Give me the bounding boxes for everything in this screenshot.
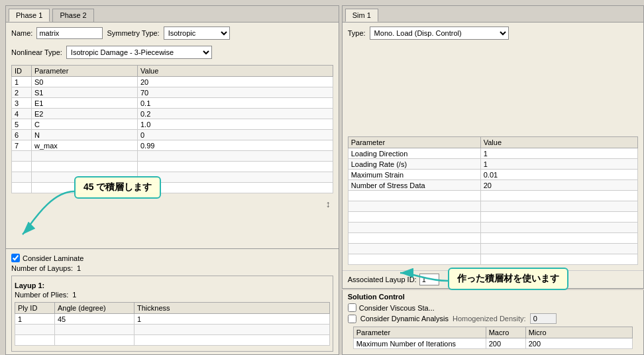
table-cell: 7 <box>12 140 32 151</box>
num-layups-value: 1 <box>77 264 81 272</box>
right-tab-strip: Sim 1 <box>343 6 643 23</box>
btm-col-micro: Micro <box>525 327 632 338</box>
table-cell <box>480 191 637 201</box>
table-cell <box>348 244 480 254</box>
tab-phase2[interactable]: Phase 2 <box>52 9 93 22</box>
ply-col-thickness: Thickness <box>134 303 330 314</box>
associated-layup-label: Associated Layup ID: <box>348 276 417 283</box>
layup-title: Layup 1: <box>15 281 330 289</box>
homogenized-density-input[interactable] <box>530 313 557 324</box>
solution-control-section: Solution Control Consider Viscous Sta...… <box>342 290 644 355</box>
table-cell: 1 <box>480 159 637 170</box>
table-cell: Maximum Strain <box>348 170 480 180</box>
num-plies-label: Number of Plies: <box>15 291 68 299</box>
symmetry-select[interactable]: Isotropic <box>164 26 230 40</box>
table-cell <box>55 325 134 335</box>
scroll-indicator: ↕ <box>11 199 333 209</box>
name-row: Name: Symmetry Type: Isotropic <box>11 26 333 40</box>
consider-viscous-label: Consider Viscous Sta... <box>359 304 435 312</box>
type-select[interactable]: Mono. Load (Disp. Control) <box>370 26 509 40</box>
annotation-bubble-1: 45 で積層します <box>74 176 161 199</box>
table-cell <box>480 223 637 233</box>
table-cell <box>138 172 333 183</box>
col-id: ID <box>12 66 32 77</box>
table-cell: 4 <box>12 109 32 119</box>
type-row: Type: Mono. Load (Disp. Control) <box>348 26 638 40</box>
table-cell <box>12 162 32 172</box>
consider-laminate-label: Consider Laminate <box>23 254 83 262</box>
tab-sim1[interactable]: Sim 1 <box>345 9 378 22</box>
table-cell <box>12 183 32 193</box>
table-cell <box>480 212 637 223</box>
nonlinear-label: Nonlinear Type: <box>11 48 62 56</box>
consider-viscous-checkbox[interactable] <box>348 303 356 312</box>
btm-col-macro: Macro <box>486 327 525 338</box>
table-cell: 6 <box>12 130 32 140</box>
btm-col-param: Parameter <box>353 327 486 338</box>
table-cell: 200 <box>486 338 525 349</box>
right-col-value: Value <box>480 137 637 148</box>
name-label: Name: <box>11 29 32 37</box>
table-cell <box>348 233 480 244</box>
table-cell: 200 <box>525 338 632 349</box>
table-cell <box>480 233 637 244</box>
right-col-parameter: Parameter <box>348 137 480 148</box>
right-param-container: Parameter Value Loading Direction1Loadin… <box>343 136 643 270</box>
table-cell <box>32 151 138 162</box>
table-cell: C <box>32 119 138 130</box>
table-cell: 20 <box>138 77 333 87</box>
table-cell: 0 <box>138 130 333 140</box>
nonlinear-row: Nonlinear Type: Isotropic Damage - 3-Pie… <box>11 46 333 59</box>
table-cell: 1 <box>12 77 32 87</box>
table-cell: Number of Stress Data <box>348 180 480 191</box>
table-cell <box>15 325 55 335</box>
annotation-bubble-2: 作った積層材を使います <box>448 268 568 290</box>
symmetry-label: Symmetry Type: <box>107 29 159 37</box>
table-cell: 2 <box>12 87 32 98</box>
consider-dynamic-checkbox[interactable] <box>348 315 356 323</box>
table-cell: E1 <box>32 98 138 109</box>
table-cell <box>32 162 138 172</box>
col-parameter: Parameter <box>32 66 138 77</box>
laminate-section: Consider Laminate Number of Layups: 1 La… <box>5 249 339 355</box>
consider-laminate-checkbox[interactable] <box>11 254 20 262</box>
table-cell: E2 <box>32 109 138 119</box>
ply-col-angle: Angle (degree) <box>55 303 134 314</box>
tab-phase1[interactable]: Phase 1 <box>9 9 50 22</box>
num-plies-value: 1 <box>72 291 76 299</box>
table-cell: 70 <box>138 87 333 98</box>
table-cell <box>480 254 637 265</box>
nonlinear-select[interactable]: Isotropic Damage - 3-Piecewise <box>66 46 212 59</box>
table-cell: N <box>32 130 138 140</box>
annotation-text-2: 作った積層材を使います <box>457 273 559 283</box>
type-label: Type: <box>348 29 366 37</box>
table-cell: 1 <box>480 148 637 159</box>
table-cell <box>134 325 330 335</box>
table-cell <box>138 162 333 172</box>
name-input[interactable] <box>36 27 103 39</box>
num-layups-row: Number of Layups: 1 <box>11 264 333 272</box>
table-cell <box>12 151 32 162</box>
solution-title: Solution Control <box>348 293 638 301</box>
associated-layup-input[interactable] <box>419 274 439 285</box>
right-panel: Sim 1 Type: Mono. Load (Disp. Control) P… <box>342 5 644 355</box>
layup-box: Layup 1: Number of Plies: 1 Ply ID Angle… <box>11 276 333 352</box>
table-cell <box>480 244 637 254</box>
annotation-text-1: 45 で積層します <box>83 181 152 192</box>
consider-dynamic-row: Consider Dynamic Analysis Homogenized De… <box>348 313 638 324</box>
table-cell <box>134 335 330 346</box>
table-cell: 45 <box>55 314 134 325</box>
table-cell: Maximum Number of Iterations <box>353 338 486 349</box>
table-cell <box>138 151 333 162</box>
num-plies-row: Number of Plies: 1 <box>15 291 330 299</box>
table-cell <box>55 335 134 346</box>
table-cell <box>348 223 480 233</box>
table-cell: S1 <box>32 87 138 98</box>
table-cell: 0.1 <box>138 98 333 109</box>
consider-laminate-row: Consider Laminate <box>11 252 333 264</box>
table-cell: 20 <box>480 180 637 191</box>
num-layups-label: Number of Layups: <box>11 264 73 272</box>
table-cell <box>15 335 55 346</box>
ply-table: Ply ID Angle (degree) Thickness 1451 <box>15 302 330 346</box>
table-cell: 5 <box>12 119 32 130</box>
